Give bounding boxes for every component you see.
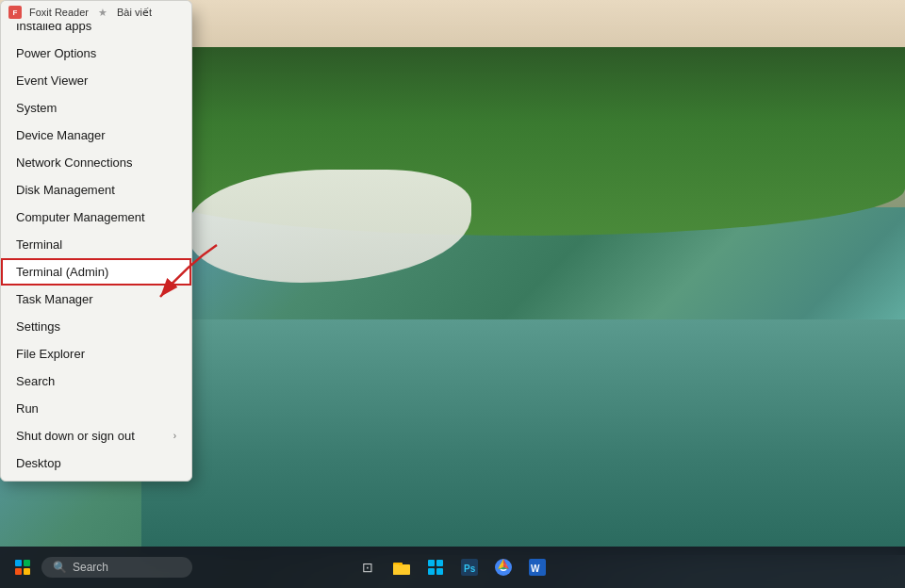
menu-item-device-manager[interactable]: Device Manager	[1, 122, 191, 149]
photoshop-taskbar-icon[interactable]: Ps	[454, 552, 485, 582]
start-button[interactable]	[8, 552, 38, 582]
task-view-button[interactable]: ⊡	[353, 552, 383, 582]
svg-rect-7	[436, 568, 443, 575]
svg-text:Ps: Ps	[464, 564, 476, 574]
menu-item-task-manager[interactable]: Task Manager	[1, 286, 191, 313]
menu-item-shut-down[interactable]: Shut down or sign out ›	[1, 422, 191, 449]
search-icon: 🔍	[53, 561, 67, 574]
menu-item-computer-management[interactable]: Computer Management	[1, 204, 191, 231]
taskbar: 🔍 Search ⊡ Ps	[0, 547, 905, 588]
context-menu: Installed apps Power Options Event Viewe…	[0, 8, 192, 482]
taskbar-search-label: Search	[73, 561, 108, 574]
svg-text:W: W	[531, 564, 540, 574]
menu-item-terminal-admin[interactable]: Terminal (Admin)	[1, 258, 191, 286]
snow	[189, 170, 471, 283]
title-separator: ★	[98, 7, 107, 19]
menu-item-power-options[interactable]: Power Options	[1, 40, 191, 67]
file-explorer-taskbar-icon[interactable]	[387, 552, 417, 582]
menu-item-file-explorer[interactable]: File Explorer	[1, 340, 191, 368]
menu-item-disk-management[interactable]: Disk Management	[1, 176, 191, 204]
menu-item-desktop[interactable]: Desktop	[1, 449, 191, 477]
menu-item-search[interactable]: Search	[1, 368, 191, 395]
chevron-right-icon: ›	[173, 431, 176, 441]
water	[141, 319, 905, 555]
app-name-2: Bài viết	[117, 7, 152, 19]
svg-rect-6	[428, 568, 435, 575]
taskbar-center-icons: ⊡ Ps	[353, 552, 552, 582]
menu-item-network-connections[interactable]: Network Connections	[1, 149, 191, 176]
foxit-logo: F	[8, 6, 22, 19]
menu-item-system[interactable]: System	[1, 94, 191, 122]
app-name-1: Foxit Reader	[29, 7, 89, 18]
store-taskbar-icon[interactable]	[420, 552, 451, 582]
windows-logo-icon	[15, 560, 30, 575]
taskbar-search[interactable]: 🔍 Search	[41, 557, 192, 578]
menu-item-event-viewer[interactable]: Event Viewer	[1, 67, 191, 94]
chrome-taskbar-icon[interactable]	[488, 552, 518, 582]
menu-item-run[interactable]: Run	[1, 395, 191, 422]
svg-rect-4	[428, 560, 435, 566]
menu-item-terminal[interactable]: Terminal	[1, 231, 191, 258]
svg-rect-5	[436, 560, 443, 566]
title-bar: F Foxit Reader ★ Bài viết	[0, 0, 192, 24]
svg-rect-2	[393, 564, 410, 575]
svg-rect-3	[399, 563, 403, 565]
word-taskbar-icon[interactable]: W	[522, 552, 552, 582]
menu-item-settings[interactable]: Settings	[1, 313, 191, 340]
